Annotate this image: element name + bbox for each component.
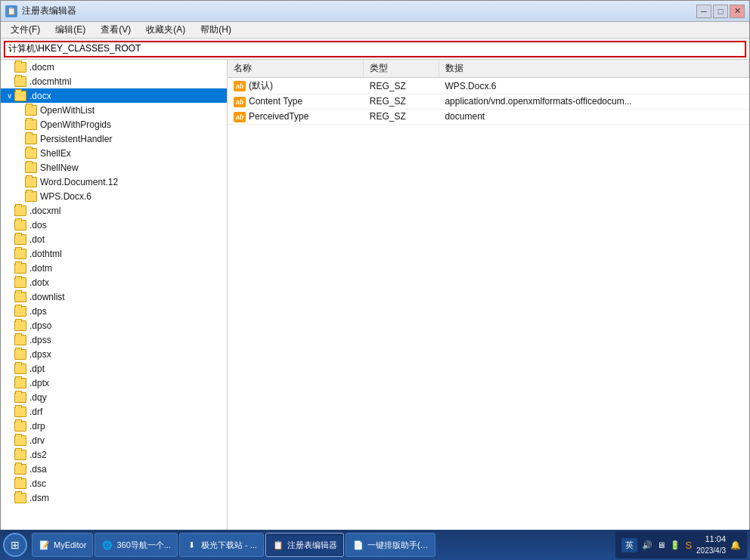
folder-icon (14, 62, 26, 73)
tree-item[interactable]: ∨.docx (1, 88, 227, 103)
menu-edit[interactable]: 编辑(E) (48, 21, 92, 39)
folder-icon (14, 407, 26, 417)
menu-file[interactable]: 文件(F) (4, 21, 47, 39)
taskbar-btn-icon: 📋 (272, 539, 284, 551)
taskbar-btn[interactable]: 📋注册表编辑器 (265, 533, 344, 557)
tree-item-label: OpenWithProgids (40, 119, 111, 130)
folder-icon (25, 162, 37, 173)
tree-item[interactable]: PersistentHandler (1, 131, 227, 146)
expand-icon (4, 306, 14, 317)
tree-item[interactable]: .dsc (1, 476, 227, 490)
taskbar-btn[interactable]: ⬇极光下载站 - ... (179, 533, 264, 557)
taskbar-btn[interactable]: 📄一键排版助手(… (346, 533, 435, 557)
tree-item[interactable]: .dpsx (1, 347, 227, 361)
registry-table: 名称 类型 数据 ab(默认)REG_SZWPS.Docx.6abContent… (228, 60, 749, 125)
folder-icon (25, 191, 37, 202)
col-name[interactable]: 名称 (228, 60, 364, 78)
tree-item[interactable]: .dothtml (1, 246, 227, 261)
col-type[interactable]: 类型 (364, 60, 439, 78)
tree-item[interactable]: .dos (1, 218, 227, 232)
folder-icon (14, 335, 26, 345)
table-row[interactable]: abContent TypeREG_SZapplication/vnd.open… (228, 94, 749, 110)
tree-item[interactable]: .dotm (1, 261, 227, 275)
tree-item[interactable]: .drv (1, 433, 227, 447)
expand-icon (4, 76, 14, 87)
tree-item-label: .dqy (29, 392, 47, 403)
taskbar-buttons: 📝MyEditor🌐360导航一个...⬇极光下载站 - ...📋注册表编辑器📄… (32, 533, 614, 557)
tree-item[interactable]: .dpt (1, 361, 227, 376)
cell-name: abContent Type (228, 94, 364, 110)
tree-item-label: .docm (29, 62, 54, 73)
taskbar-btn-label: 360导航一个... (116, 540, 171, 551)
tree-item[interactable]: .drf (1, 404, 227, 419)
tree-item[interactable]: OpenWithList (1, 103, 227, 117)
tree-item[interactable]: Word.Document.12 (1, 175, 227, 189)
reg-sz-icon: ab (234, 97, 246, 107)
tree-item[interactable]: .dqy (1, 390, 227, 404)
tree-item-label: .downlist (29, 292, 65, 302)
tree-item[interactable]: .dps (1, 304, 227, 318)
expand-icon (4, 335, 14, 345)
cell-name: ab(默认) (228, 78, 364, 94)
taskbar-btn[interactable]: 📝MyEditor (32, 533, 93, 557)
expand-icon (14, 177, 25, 187)
tree-item[interactable]: .downlist (1, 289, 227, 304)
tree-item-label: .dotx (29, 277, 49, 288)
close-button[interactable]: ✕ (730, 5, 745, 18)
expand-icon (4, 220, 14, 230)
tree-item[interactable]: .dsa (1, 462, 227, 476)
tree-item[interactable]: .dpss (1, 333, 227, 347)
expand-icon (4, 392, 14, 403)
menu-view[interactable]: 查看(V) (94, 21, 138, 39)
tree-panel[interactable]: .docm.docmhtml∨.docxOpenWithListOpenWith… (1, 60, 228, 536)
tree-item-label: .ds2 (29, 450, 47, 460)
cell-type: REG_SZ (364, 94, 439, 110)
tree-item[interactable]: .docxml (1, 203, 227, 218)
folder-icon (25, 134, 37, 144)
tree-item-label: ShellEx (40, 148, 71, 159)
expand-icon (4, 234, 14, 245)
minimize-button[interactable]: ─ (696, 5, 711, 18)
tray-clock[interactable]: 11:04 2023/4/3 (696, 534, 726, 555)
taskbar-btn[interactable]: 🌐360导航一个... (95, 533, 178, 557)
system-tray: 英 🔊 🖥 🔋 S 11:04 2023/4/3 🔔 (615, 531, 747, 558)
folder-icon (14, 450, 26, 460)
tree-item[interactable]: .dsm (1, 490, 227, 505)
tree-item[interactable]: .drp (1, 419, 227, 433)
folder-icon (14, 91, 26, 101)
col-data[interactable]: 数据 (439, 60, 748, 78)
tree-item-label: OpenWithList (40, 105, 95, 116)
start-button[interactable]: ⊞ (3, 533, 27, 557)
tray-speaker[interactable]: 🔊 (642, 540, 652, 550)
tree-item[interactable]: .dotx (1, 275, 227, 289)
tray-date: 2023/4/3 (696, 546, 726, 556)
tree-item[interactable]: .dot (1, 232, 227, 246)
tree-item[interactable]: .docm (1, 60, 227, 74)
tree-item[interactable]: .dpso (1, 318, 227, 333)
tree-item[interactable]: WPS.Docx.6 (1, 189, 227, 203)
tree-item-label: .dsm (29, 493, 49, 503)
expand-icon: ∨ (4, 91, 14, 101)
tray-lang[interactable]: 英 (621, 538, 637, 552)
tree-item[interactable]: .dptx (1, 376, 227, 390)
maximize-button[interactable]: □ (713, 5, 728, 18)
table-row[interactable]: abPerceivedTypeREG_SZdocument (228, 109, 749, 124)
tree-item-label: .dotm (29, 263, 52, 274)
tree-item-label: .docmhtml (29, 76, 71, 87)
menu-help[interactable]: 帮助(H) (194, 21, 238, 39)
expand-icon (14, 148, 25, 159)
tray-network[interactable]: 🖥 (657, 540, 665, 549)
address-input[interactable] (4, 41, 746, 57)
tree-item-label: .drf (29, 407, 42, 417)
tree-item[interactable]: ShellEx (1, 146, 227, 160)
expand-icon (4, 249, 14, 259)
tray-notification[interactable]: 🔔 (730, 540, 741, 550)
tree-item[interactable]: ShellNew (1, 160, 227, 175)
folder-icon (25, 148, 37, 159)
tree-item[interactable]: .docmhtml (1, 74, 227, 88)
tree-item-label: WPS.Docx.6 (40, 191, 91, 202)
tree-item[interactable]: .ds2 (1, 447, 227, 462)
menu-favorites[interactable]: 收藏夹(A) (139, 21, 192, 39)
table-row[interactable]: ab(默认)REG_SZWPS.Docx.6 (228, 78, 749, 94)
tree-item[interactable]: OpenWithProgids (1, 117, 227, 131)
